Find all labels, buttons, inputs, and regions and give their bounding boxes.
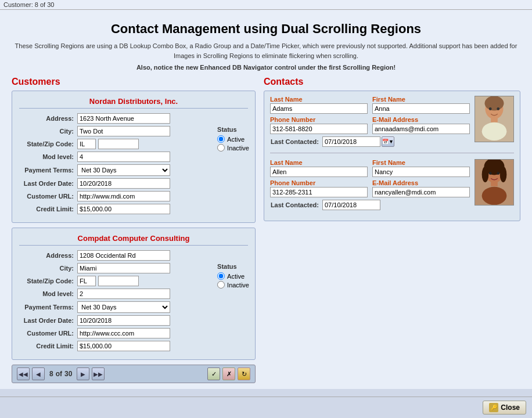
city-input-1[interactable] [77, 126, 170, 136]
contact-first-name-col-1: First Name [372, 96, 470, 114]
contact-first-name-input-1[interactable] [372, 103, 470, 114]
contact-fields-1: Last Name First Name Phone N [270, 96, 470, 147]
nav-prev-button[interactable]: ◀ [32, 367, 45, 380]
svg-point-11 [482, 167, 489, 182]
nav-of-label: of [56, 370, 62, 378]
contact-last-contacted-row-1: Last Contacted: 📅▼ [270, 136, 470, 147]
contact-last-name-label-1: Last Name [270, 96, 368, 103]
address-input-1[interactable] [77, 113, 170, 124]
contact-name-row-2: Last Name First Name [270, 159, 470, 177]
status-group-2: Status Active Inactive [217, 263, 249, 290]
zip-input-1[interactable] [98, 139, 139, 149]
customer-card-2-title: Compdat Computer Consulting [19, 234, 248, 246]
customer-card-1: Nordan Distributors, Inc. Address: City:… [12, 91, 256, 223]
close-icon: 🔑 [489, 403, 498, 412]
contact-email-label-2: E-Mail Address [372, 179, 470, 186]
contact-last-contacted-label-2: Last Contacted: [270, 201, 322, 208]
inactive-radio-row-1[interactable]: Inactive [217, 144, 249, 152]
right-panel: Contacts Last Name First Nam [264, 77, 520, 383]
customer-url-input-1[interactable] [77, 191, 170, 201]
inactive-radio-2[interactable] [217, 281, 225, 289]
active-radio-1[interactable] [217, 135, 225, 143]
active-radio-2[interactable] [217, 272, 225, 280]
date-input-1[interactable] [322, 136, 380, 147]
credit-limit-row-1: Credit Limit: [19, 204, 248, 214]
svg-point-4 [482, 122, 507, 140]
contact-phone-email-row-1: Phone Number E-Mail Address [270, 116, 470, 134]
credit-limit-input-2[interactable] [77, 341, 170, 351]
inactive-radio-row-2[interactable]: Inactive [217, 281, 249, 289]
state-zip-row-1: State/Zip Code: [19, 139, 248, 149]
close-button[interactable]: 🔑 Close [483, 401, 526, 415]
active-radio-row-2[interactable]: Active [217, 272, 249, 280]
main-content: Contact Management using Dual Scrolling … [0, 10, 532, 389]
city-input-2[interactable] [77, 263, 170, 273]
nav-cancel-button[interactable]: ✗ [222, 367, 235, 380]
address-input-2[interactable] [77, 250, 170, 261]
contact-last-name-input-2[interactable] [270, 167, 368, 177]
payment-terms-select-1[interactable]: Net 30 Days [77, 164, 170, 176]
contact-phone-input-2[interactable] [270, 187, 368, 197]
contact-last-name-input-1[interactable] [270, 103, 368, 114]
contact-first-name-col-2: First Name [372, 159, 470, 177]
credit-limit-input-1[interactable] [77, 204, 170, 214]
customer-url-label-1: Customer URL: [19, 193, 77, 200]
inactive-radio-1[interactable] [217, 144, 225, 152]
mod-level-input-2[interactable] [77, 289, 170, 299]
bottom-bar: 🔑 Close [0, 397, 532, 418]
last-order-date-row-2: Last Order Date: [19, 315, 248, 326]
state-zip-label-2: State/Zip Code: [19, 278, 77, 284]
contact-last-name-col-1: Last Name [270, 96, 368, 114]
payment-terms-select-2[interactable]: Net 30 Days [77, 301, 170, 313]
nav-refresh-button[interactable]: ↻ [238, 367, 250, 380]
contact-card-2: Last Name First Name Phone N [270, 159, 514, 216]
zip-input-2[interactable] [98, 276, 139, 286]
contact-phone-label-1: Phone Number [270, 116, 368, 123]
contact-phone-input-1[interactable] [270, 124, 368, 134]
customer-url-row-1: Customer URL: [19, 191, 248, 201]
customer-url-label-2: Customer URL: [19, 330, 77, 337]
nav-page-info: 8 of 30 [49, 370, 72, 378]
svg-point-6 [497, 107, 499, 110]
last-order-date-input-2[interactable] [77, 315, 170, 326]
nav-next-button[interactable]: ▶ [77, 367, 89, 380]
customer-url-row-2: Customer URL: [19, 328, 248, 338]
date-input-2[interactable] [322, 200, 380, 210]
city-label-2: City: [19, 265, 77, 272]
address-row-1: Address: [19, 113, 248, 124]
last-order-date-input-1[interactable] [77, 178, 170, 189]
contact-phone-email-row-2: Phone Number E-Mail Address [270, 179, 470, 197]
mod-level-input-1[interactable] [77, 152, 170, 162]
date-input-container-2 [322, 200, 380, 210]
contact-email-input-1[interactable] [372, 124, 470, 134]
state-input-1[interactable] [77, 139, 96, 149]
contacts-section: Last Name First Name Phone N [264, 91, 520, 221]
svg-point-14 [489, 172, 492, 175]
city-row-2: City: [19, 263, 248, 273]
svg-point-15 [497, 172, 499, 175]
nav-first-button[interactable]: ◀◀ [17, 367, 30, 380]
left-panel: Customers Nordan Distributors, Inc. Addr… [12, 77, 256, 383]
page-title: Contact Management using Dual Scrolling … [12, 21, 520, 37]
payment-terms-row-1: Payment Terms: Net 30 Days [19, 164, 248, 176]
contact-phone-col-2: Phone Number [270, 179, 368, 197]
contact-first-name-input-2[interactable] [372, 167, 470, 177]
nav-confirm-button[interactable]: ✓ [207, 367, 220, 380]
inactive-label-2: Inactive [227, 282, 249, 289]
active-radio-row-1[interactable]: Active [217, 135, 249, 143]
customers-section-title: Customers [12, 77, 256, 87]
nav-last-button[interactable]: ▶▶ [92, 367, 105, 380]
contact-email-col-1: E-Mail Address [372, 116, 470, 134]
contact-email-input-2[interactable] [372, 187, 470, 197]
date-picker-btn-1[interactable]: 📅▼ [382, 136, 394, 147]
columns: Customers Nordan Distributors, Inc. Addr… [12, 77, 520, 383]
active-label-1: Active [227, 136, 245, 143]
state-input-2[interactable] [77, 276, 96, 286]
contact-first-name-label-2: First Name [372, 159, 470, 166]
credit-limit-label-1: Credit Limit: [19, 206, 77, 212]
customer-url-input-2[interactable] [77, 328, 170, 338]
contact-email-col-2: E-Mail Address [372, 179, 470, 197]
mod-level-label-2: Mod level: [19, 290, 77, 297]
contact-card-1: Last Name First Name Phone N [270, 96, 514, 153]
mod-level-row-1: Mod level: [19, 152, 248, 162]
